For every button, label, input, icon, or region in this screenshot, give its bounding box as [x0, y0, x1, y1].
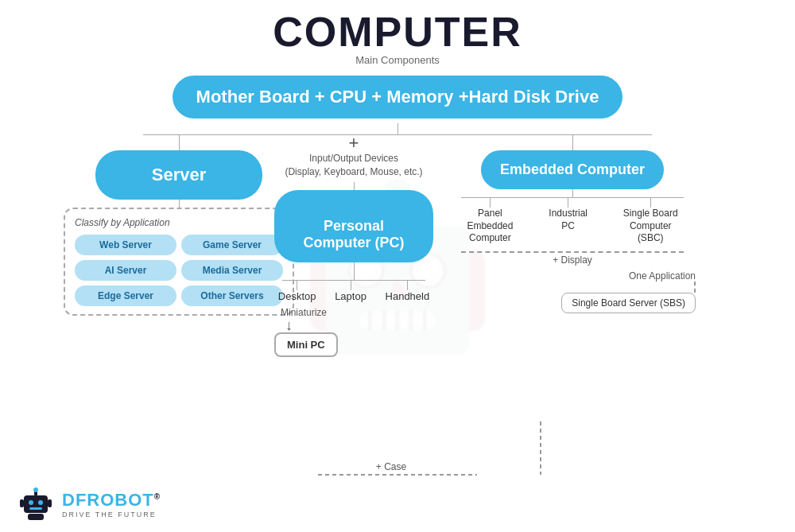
server-line-down	[179, 134, 180, 150]
svg-point-1	[29, 500, 33, 505]
subtitle: Main Components	[16, 54, 779, 66]
server-item-4: Edge Server	[75, 285, 176, 306]
one-application-section: One Application Single Board Server (SBS…	[561, 270, 696, 313]
handheld-line	[407, 281, 408, 290]
embedded-label: Embedded Computer	[500, 161, 645, 177]
pc-sub-items: Desktop Laptop Handheld	[274, 281, 433, 302]
server-box: Server	[95, 150, 262, 200]
pc-box: PersonalComputer (PC)	[274, 190, 433, 262]
embedded-sub-items: PanelEmbeddedComputer IndustrialPC Singl…	[453, 198, 692, 245]
sbs-box: Single Board Server (SBS)	[561, 293, 696, 313]
server-item-0: Web Server	[75, 235, 176, 255]
pc-branch-left	[354, 270, 355, 280]
desktop-label: Desktop	[278, 290, 316, 302]
logo-tagline: DRIVE THE FUTURE	[62, 511, 161, 518]
laptop-label: Laptop	[335, 290, 366, 302]
sbs-line	[694, 282, 696, 293]
display-dotted-line	[461, 251, 684, 253]
logo-robot: ROBOT	[87, 490, 153, 510]
classify-title: Classify by Application	[75, 217, 283, 228]
mini-pc-box: Mini PC	[274, 332, 338, 357]
pc-items-row	[354, 270, 355, 280]
main-container: 🤖 COMPUTER Main Components Mother Board …	[0, 0, 795, 532]
sbs-label: Single Board Server (SBS)	[572, 297, 685, 309]
server-line-below	[179, 200, 180, 208]
display-section: + Display	[461, 251, 684, 266]
io-label: Input/Output Devices(Display, Keyboard, …	[285, 152, 422, 179]
svg-point-2	[38, 500, 43, 505]
io-line	[354, 182, 355, 190]
logo-text: DFROBOT® DRIVE THE FUTURE	[62, 490, 161, 518]
horizontal-bar	[143, 134, 652, 135]
connector-line-top	[398, 123, 398, 134]
title-section: COMPUTER Main Components	[16, 8, 779, 66]
svg-rect-7	[48, 499, 52, 507]
desktop-line	[297, 281, 297, 290]
motherboard-label: Mother Board + CPU + Memory +Hard Disk D…	[196, 87, 599, 107]
pc-horiz-bar	[282, 280, 425, 281]
one-application-label: One Application	[561, 270, 696, 282]
svg-rect-0	[24, 495, 48, 513]
pc-label: PersonalComputer (PC)	[304, 218, 405, 250]
svg-rect-6	[20, 499, 24, 507]
miniaturize-section: Miniaturize ↓ Mini PC	[274, 307, 338, 357]
logo-area: DFROBOT® DRIVE THE FUTURE	[16, 484, 161, 524]
svg-rect-8	[28, 514, 44, 520]
io-section: + Input/Output Devices(Display, Keyboard…	[285, 134, 422, 190]
main-title: COMPUTER	[16, 8, 779, 56]
mini-pc-label: Mini PC	[287, 339, 325, 351]
motherboard-box: Mother Board + CPU + Memory +Hard Disk D…	[173, 76, 623, 118]
dfrobot-logo-icon	[16, 484, 56, 524]
svg-rect-3	[29, 507, 42, 510]
server-grid: Web Server Game Server AI Server Media S…	[75, 235, 283, 306]
embedded-line-down	[572, 134, 573, 150]
display-label: + Display	[461, 254, 684, 266]
industrial-label: IndustrialPC	[549, 208, 588, 232]
miniaturize-arrow: ↓	[285, 318, 338, 332]
server-label: Server	[152, 165, 207, 184]
embedded-box: Embedded Computer	[481, 150, 664, 189]
laptop-line	[351, 281, 351, 290]
sbc-label: Single BoardComputer(SBC)	[623, 208, 678, 245]
logo-df: DF	[62, 490, 87, 510]
logo-registered: ®	[154, 492, 161, 501]
svg-point-5	[33, 487, 38, 492]
embedded-line-below	[572, 189, 573, 197]
pc-line-below	[354, 262, 355, 270]
server-subcategory: Classify by Application Web Server Game …	[64, 208, 294, 316]
io-plus: +	[349, 134, 359, 152]
miniaturize-label: Miniaturize	[281, 307, 338, 318]
server-item-2: AI Server	[75, 260, 176, 281]
logo-name: DFROBOT®	[62, 490, 161, 511]
panel-line	[490, 198, 491, 208]
panel-label: PanelEmbeddedComputer	[467, 208, 513, 245]
industrial-line	[568, 198, 568, 208]
sbc-line	[650, 198, 651, 208]
handheld-label: Handheld	[386, 290, 430, 302]
